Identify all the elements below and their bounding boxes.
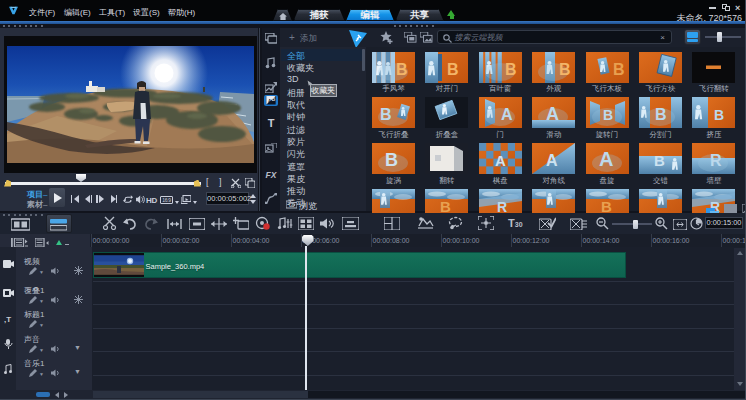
svg-text:B: B xyxy=(601,198,612,215)
svg-text:B: B xyxy=(505,61,517,78)
svg-text:A: A xyxy=(546,152,558,169)
svg-text:B: B xyxy=(440,198,451,215)
svg-text:A: A xyxy=(495,152,506,169)
svg-text:A: A xyxy=(599,148,613,170)
svg-text:B: B xyxy=(654,152,665,169)
svg-text:B: B xyxy=(396,61,408,78)
svg-text:A: A xyxy=(501,106,513,123)
svg-text:B: B xyxy=(559,61,571,78)
svg-text:B: B xyxy=(613,61,625,78)
svg-text:B: B xyxy=(603,107,613,123)
svg-text:B: B xyxy=(714,107,724,123)
svg-text:B: B xyxy=(385,150,398,170)
svg-text:B: B xyxy=(380,106,392,123)
svg-text:B: B xyxy=(655,106,667,123)
svg-text:R: R xyxy=(710,152,722,169)
svg-text:B: B xyxy=(447,61,459,78)
